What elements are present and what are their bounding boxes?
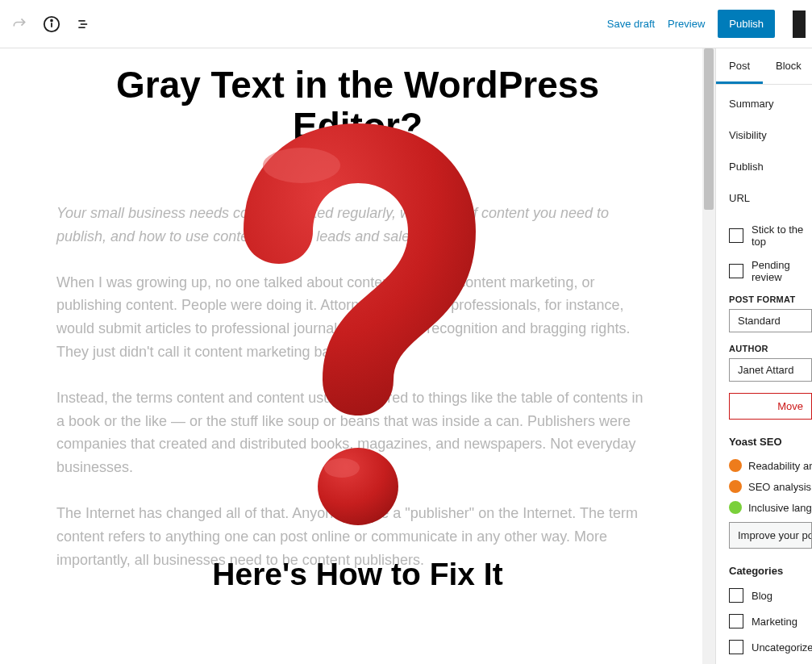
tab-block[interactable]: Block [763,48,812,84]
cat-blog-row[interactable]: Blog [729,588,812,603]
post-format-select[interactable]: Standard [729,309,812,332]
editor-topbar: Save draft Preview Publish [0,0,812,48]
settings-toggle-icon[interactable] [793,10,806,38]
status-dot-icon [729,501,742,514]
stick-to-top-row[interactable]: Stick to the top [729,223,812,248]
panel-url[interactable]: URL [729,192,812,204]
body-paragraph: When I was growing up, no one talked abo… [56,271,651,364]
stick-label: Stick to the top [752,223,812,248]
cat-marketing-row[interactable]: Marketing [729,614,812,629]
panel-publish[interactable]: Publish [729,161,812,173]
stick-checkbox[interactable] [729,228,743,243]
redo-icon[interactable] [10,15,29,34]
seo-label: SEO analysis: OK [748,481,812,493]
post-format-label: POST FORMAT [729,294,812,304]
inclusive-row[interactable]: Inclusive language [729,501,812,514]
tab-post[interactable]: Post [716,48,763,84]
editor-canvas: Gray Text in the WordPress Editor? Your … [0,48,715,664]
cat-checkbox[interactable] [729,614,743,629]
cat-label: Uncategorized [752,641,812,654]
save-draft-button[interactable]: Save draft [607,18,655,30]
cat-label: Marketing [752,616,797,628]
panel-visibility[interactable]: Visibility [729,129,812,141]
yoast-title[interactable]: Yoast SEO [729,436,812,448]
categories-title[interactable]: Categories [729,565,812,577]
cat-checkbox[interactable] [729,640,743,654]
status-dot-icon [729,480,742,493]
readability-row[interactable]: Readability analysis [729,459,812,472]
status-dot-icon [729,459,742,472]
topbar-left [6,15,94,34]
preview-button[interactable]: Preview [668,18,705,30]
cat-uncat-row[interactable]: Uncategorized [729,640,812,654]
pending-checkbox[interactable] [729,264,743,278]
editor-scrollbar[interactable] [702,48,715,664]
overlay-headline: Gray Text in the WordPress Editor? [56,65,659,146]
svg-point-2 [51,19,52,21]
intro-paragraph: Your small business needs content create… [56,202,651,248]
svg-point-7 [263,148,340,183]
pending-label: Pending review [752,259,812,283]
publish-button[interactable]: Publish [718,10,775,38]
settings-sidebar: Post Block Summary Visibility Publish UR… [715,48,812,664]
readability-label: Readability analysis [748,460,812,472]
move-to-trash-button[interactable]: Move [729,393,812,420]
body-paragraph: Instead, the terms content and content u… [56,386,651,479]
topbar-right: Save draft Preview Publish [607,10,806,38]
cat-label: Blog [752,590,772,602]
panel-summary[interactable]: Summary [729,98,812,110]
pending-review-row[interactable]: Pending review [729,259,812,283]
improve-post-button[interactable]: Improve your post [729,522,812,549]
overlay-subhead: Here's How to Fix It [0,557,715,592]
author-select[interactable]: Janet Attard [729,358,812,382]
info-icon[interactable] [42,15,61,34]
cat-checkbox[interactable] [729,588,743,603]
inclusive-label: Inclusive language [748,502,812,514]
post-content[interactable]: Your small business needs content create… [56,202,651,594]
seo-row[interactable]: SEO analysis: OK [729,480,812,493]
author-label: AUTHOR [729,344,812,353]
sidebar-tabs: Post Block [716,48,812,85]
scrollbar-thumb[interactable] [704,48,714,210]
outline-icon[interactable] [74,15,94,34]
